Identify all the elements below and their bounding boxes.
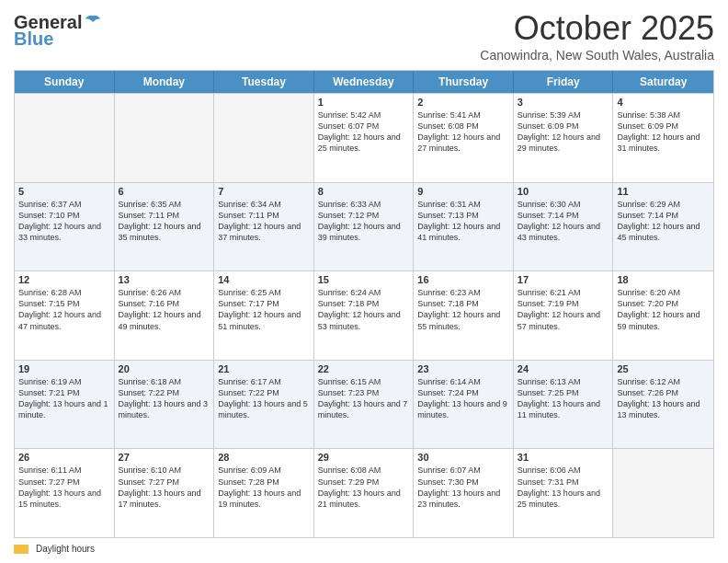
- calendar-cell: 28Sunrise: 6:09 AM Sunset: 7:28 PM Dayli…: [214, 449, 314, 537]
- day-number: 15: [318, 274, 410, 285]
- cell-info: Sunrise: 5:41 AM Sunset: 6:08 PM Dayligh…: [417, 109, 509, 155]
- cell-info: Sunrise: 6:29 AM Sunset: 7:14 PM Dayligh…: [617, 199, 710, 244]
- cell-info: Sunrise: 6:14 AM Sunset: 7:24 PM Dayligh…: [417, 376, 509, 421]
- calendar-cell: 6Sunrise: 6:35 AM Sunset: 7:11 PM Daylig…: [115, 183, 215, 271]
- header: General Blue October 2025 Canowindra, Ne…: [14, 9, 714, 63]
- title-section: October 2025 Canowindra, New South Wales…: [480, 9, 714, 63]
- day-number: 11: [617, 186, 710, 197]
- day-number: 31: [518, 452, 609, 463]
- calendar-cell: 16Sunrise: 6:23 AM Sunset: 7:18 PM Dayli…: [414, 271, 514, 360]
- logo: General Blue: [14, 9, 102, 48]
- calendar-cell: 17Sunrise: 6:21 AM Sunset: 7:19 PM Dayli…: [514, 271, 614, 360]
- cell-info: Sunrise: 6:07 AM Sunset: 7:30 PM Dayligh…: [417, 465, 509, 510]
- logo-bird-icon: [84, 14, 102, 30]
- cell-info: Sunrise: 6:33 AM Sunset: 7:12 PM Dayligh…: [318, 199, 410, 244]
- day-number: 13: [119, 274, 210, 285]
- cell-info: Sunrise: 6:08 AM Sunset: 7:29 PM Dayligh…: [318, 465, 410, 510]
- calendar-cell: [115, 94, 215, 182]
- cell-info: Sunrise: 6:20 AM Sunset: 7:20 PM Dayligh…: [617, 287, 710, 332]
- page: General Blue October 2025 Canowindra, Ne…: [0, 0, 728, 563]
- calendar-cell: 3Sunrise: 5:39 AM Sunset: 6:09 PM Daylig…: [514, 94, 614, 182]
- cell-info: Sunrise: 6:24 AM Sunset: 7:18 PM Dayligh…: [318, 287, 410, 332]
- calendar-cell: 8Sunrise: 6:33 AM Sunset: 7:12 PM Daylig…: [314, 183, 415, 271]
- calendar-cell: 23Sunrise: 6:14 AM Sunset: 7:24 PM Dayli…: [414, 361, 514, 449]
- day-number: 4: [617, 97, 710, 108]
- day-number: 29: [318, 452, 410, 463]
- calendar-cell: 29Sunrise: 6:08 AM Sunset: 7:29 PM Dayli…: [314, 449, 415, 537]
- calendar-header-cell: Monday: [115, 71, 215, 93]
- day-number: 20: [119, 363, 210, 374]
- day-number: 27: [119, 452, 210, 463]
- day-number: 19: [18, 363, 110, 374]
- calendar-cell: 31Sunrise: 6:06 AM Sunset: 7:31 PM Dayli…: [514, 449, 614, 537]
- cell-info: Sunrise: 6:19 AM Sunset: 7:21 PM Dayligh…: [18, 376, 110, 421]
- day-number: 16: [417, 274, 509, 285]
- calendar-body: 1Sunrise: 5:42 AM Sunset: 6:07 PM Daylig…: [15, 93, 713, 537]
- cell-info: Sunrise: 6:31 AM Sunset: 7:13 PM Dayligh…: [417, 199, 509, 244]
- day-number: 17: [518, 274, 609, 285]
- cell-info: Sunrise: 6:10 AM Sunset: 7:27 PM Dayligh…: [119, 465, 210, 510]
- calendar-header-cell: Sunday: [15, 71, 115, 93]
- cell-info: Sunrise: 6:15 AM Sunset: 7:23 PM Dayligh…: [318, 376, 410, 421]
- calendar-cell: 22Sunrise: 6:15 AM Sunset: 7:23 PM Dayli…: [314, 361, 415, 449]
- calendar: SundayMondayTuesdayWednesdayThursdayFrid…: [14, 70, 714, 538]
- calendar-row: 12Sunrise: 6:28 AM Sunset: 7:15 PM Dayli…: [15, 270, 713, 360]
- cell-info: Sunrise: 6:11 AM Sunset: 7:27 PM Dayligh…: [18, 465, 110, 510]
- calendar-cell: 25Sunrise: 6:12 AM Sunset: 7:26 PM Dayli…: [613, 361, 713, 449]
- calendar-cell: 21Sunrise: 6:17 AM Sunset: 7:22 PM Dayli…: [214, 361, 314, 449]
- day-number: 12: [18, 274, 110, 285]
- calendar-row: 26Sunrise: 6:11 AM Sunset: 7:27 PM Dayli…: [15, 448, 713, 537]
- cell-info: Sunrise: 5:39 AM Sunset: 6:09 PM Dayligh…: [518, 109, 609, 155]
- day-number: 30: [417, 452, 509, 463]
- cell-info: Sunrise: 6:12 AM Sunset: 7:26 PM Dayligh…: [617, 376, 710, 421]
- calendar-cell: 2Sunrise: 5:41 AM Sunset: 6:08 PM Daylig…: [414, 94, 514, 182]
- cell-info: Sunrise: 6:23 AM Sunset: 7:18 PM Dayligh…: [417, 287, 509, 332]
- location-subtitle: Canowindra, New South Wales, Australia: [480, 48, 714, 63]
- day-number: 14: [218, 274, 310, 285]
- day-number: 28: [218, 452, 310, 463]
- day-number: 9: [417, 186, 509, 197]
- calendar-cell: 5Sunrise: 6:37 AM Sunset: 7:10 PM Daylig…: [15, 183, 115, 271]
- day-number: 2: [417, 97, 509, 108]
- calendar-cell: 19Sunrise: 6:19 AM Sunset: 7:21 PM Dayli…: [15, 361, 115, 449]
- cell-info: Sunrise: 6:09 AM Sunset: 7:28 PM Dayligh…: [218, 465, 310, 510]
- calendar-header: SundayMondayTuesdayWednesdayThursdayFrid…: [15, 71, 713, 93]
- cell-info: Sunrise: 6:06 AM Sunset: 7:31 PM Dayligh…: [518, 465, 609, 510]
- calendar-row: 1Sunrise: 5:42 AM Sunset: 6:07 PM Daylig…: [15, 93, 713, 182]
- calendar-header-cell: Saturday: [613, 71, 713, 93]
- month-title: October 2025: [480, 9, 714, 48]
- daylight-swatch: [14, 545, 28, 554]
- calendar-cell: 12Sunrise: 6:28 AM Sunset: 7:15 PM Dayli…: [15, 271, 115, 360]
- calendar-header-cell: Friday: [514, 71, 614, 93]
- day-number: 10: [518, 186, 609, 197]
- calendar-cell: [214, 94, 314, 182]
- calendar-cell: 15Sunrise: 6:24 AM Sunset: 7:18 PM Dayli…: [314, 271, 415, 360]
- day-number: 26: [18, 452, 110, 463]
- cell-info: Sunrise: 6:21 AM Sunset: 7:19 PM Dayligh…: [518, 287, 609, 332]
- day-number: 23: [417, 363, 509, 374]
- cell-info: Sunrise: 6:28 AM Sunset: 7:15 PM Dayligh…: [18, 287, 110, 332]
- logo-blue: Blue: [14, 29, 53, 48]
- calendar-cell: 1Sunrise: 5:42 AM Sunset: 6:07 PM Daylig…: [314, 94, 415, 182]
- calendar-cell: 4Sunrise: 5:38 AM Sunset: 6:09 PM Daylig…: [613, 94, 713, 182]
- cell-info: Sunrise: 6:37 AM Sunset: 7:10 PM Dayligh…: [18, 199, 110, 244]
- cell-info: Sunrise: 6:35 AM Sunset: 7:11 PM Dayligh…: [119, 199, 210, 244]
- calendar-header-cell: Tuesday: [214, 71, 314, 93]
- calendar-cell: 11Sunrise: 6:29 AM Sunset: 7:14 PM Dayli…: [613, 183, 713, 271]
- calendar-row: 19Sunrise: 6:19 AM Sunset: 7:21 PM Dayli…: [15, 360, 713, 449]
- calendar-cell: 18Sunrise: 6:20 AM Sunset: 7:20 PM Dayli…: [613, 271, 713, 360]
- calendar-cell: 27Sunrise: 6:10 AM Sunset: 7:27 PM Dayli…: [115, 449, 215, 537]
- calendar-cell: 9Sunrise: 6:31 AM Sunset: 7:13 PM Daylig…: [414, 183, 514, 271]
- cell-info: Sunrise: 6:25 AM Sunset: 7:17 PM Dayligh…: [218, 287, 310, 332]
- cell-info: Sunrise: 6:26 AM Sunset: 7:16 PM Dayligh…: [119, 287, 210, 332]
- day-number: 21: [218, 363, 310, 374]
- cell-info: Sunrise: 6:34 AM Sunset: 7:11 PM Dayligh…: [218, 199, 310, 244]
- cell-info: Sunrise: 5:38 AM Sunset: 6:09 PM Dayligh…: [617, 109, 710, 155]
- cell-info: Sunrise: 6:17 AM Sunset: 7:22 PM Dayligh…: [218, 376, 310, 421]
- day-number: 8: [318, 186, 410, 197]
- footer: Daylight hours: [14, 544, 714, 554]
- cell-info: Sunrise: 6:30 AM Sunset: 7:14 PM Dayligh…: [518, 199, 609, 244]
- calendar-cell: 14Sunrise: 6:25 AM Sunset: 7:17 PM Dayli…: [214, 271, 314, 360]
- day-number: 25: [617, 363, 710, 374]
- day-number: 1: [318, 97, 410, 108]
